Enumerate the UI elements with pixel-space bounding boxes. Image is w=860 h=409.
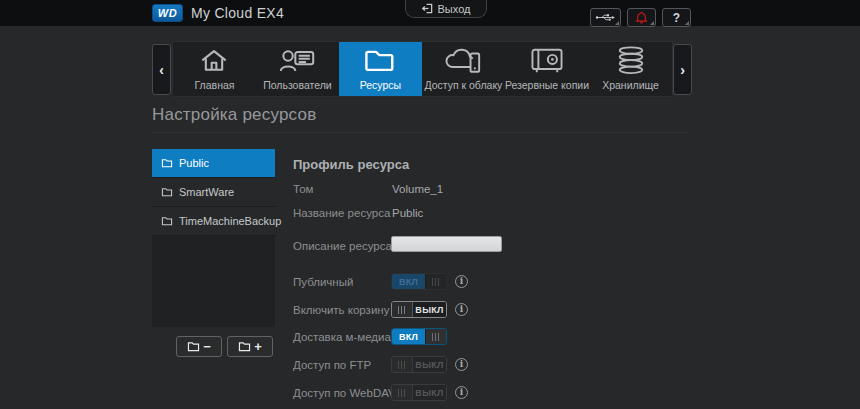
ftp-access-toggle[interactable]: ВЫКЛ [391, 356, 447, 373]
public-toggle[interactable]: ВКЛ [391, 273, 447, 290]
info-icon[interactable]: i [455, 358, 468, 371]
top-header-bar: WD My Cloud EX4 Выход [0, 0, 860, 26]
share-name-label: Название ресурса [293, 207, 390, 219]
share-item-timemachinebackup[interactable]: TimeMachineBackup [152, 207, 275, 236]
logout-button[interactable]: Выход [405, 0, 487, 18]
tab-label: Хранилище [602, 79, 659, 91]
public-toggle-label: Публичный [293, 276, 353, 288]
tab-backups[interactable]: Резервные копии [505, 42, 589, 96]
toggle-grip [392, 385, 413, 400]
folder-icon [161, 158, 173, 168]
nav-scroll-left-button[interactable]: ‹ [152, 44, 171, 95]
media-serving-toggle[interactable]: ВКЛ [391, 328, 447, 345]
help-button[interactable]: ? [662, 8, 691, 27]
app-window: WD My Cloud EX4 Выход [0, 0, 860, 409]
tab-home[interactable]: Главная [173, 42, 256, 96]
alert-bell-icon [635, 11, 648, 24]
folder-icon [187, 341, 200, 352]
nav-scroll-right-button[interactable]: › [673, 44, 692, 95]
volume-label: Том [293, 183, 313, 195]
brand: WD My Cloud EX4 [152, 4, 284, 22]
folder-icon [238, 341, 251, 352]
backup-safe-icon [529, 42, 565, 79]
plus-icon: + [254, 340, 262, 353]
folder-icon [364, 42, 396, 79]
share-list-panel: Public SmartWare TimeMachineBackup [152, 149, 275, 327]
toggle-grip [392, 302, 413, 317]
chevron-right-icon: › [680, 62, 685, 78]
logout-label: Выход [438, 3, 471, 15]
volume-value: Volume_1 [392, 183, 443, 195]
page-title: Настройка ресурсов [152, 105, 316, 125]
toggle-grip [392, 357, 413, 372]
cloud-access-icon [443, 42, 483, 79]
remove-share-button[interactable]: − [176, 336, 222, 357]
toggle-on-text: ВКЛ [392, 329, 425, 344]
tab-label: Резервные копии [505, 79, 589, 91]
toggle-on-text: ВКЛ [392, 274, 425, 289]
info-icon[interactable]: i [455, 275, 468, 288]
ftp-access-toggle-label: Доступ по FTP [293, 359, 371, 371]
tab-label: Ресурсы [360, 79, 401, 91]
storage-stack-icon [615, 42, 647, 79]
chevron-left-icon: ‹ [159, 62, 164, 78]
recycle-bin-toggle-label: Включить корзину [293, 304, 389, 316]
toggle-off-text: ВЫКЛ [413, 357, 446, 372]
tab-resources[interactable]: Ресурсы [339, 42, 422, 96]
nav-tabstrip: Главная Пользователи Ресурсы [172, 41, 673, 97]
home-icon [198, 42, 230, 79]
app-title: My Cloud EX4 [191, 5, 284, 21]
tab-label: Пользователи [263, 79, 332, 91]
description-label: Описание ресурса [293, 240, 392, 252]
wd-logo: WD [152, 4, 183, 22]
minus-icon: − [203, 340, 211, 353]
tab-cloud-access[interactable]: Доступ к облаку [422, 42, 505, 96]
share-item-smartware[interactable]: SmartWare [152, 178, 275, 207]
toggle-grip [425, 274, 446, 289]
recycle-bin-toggle[interactable]: ВЫКЛ [391, 301, 447, 318]
usb-button[interactable] [590, 8, 621, 27]
toggle-grip [425, 329, 446, 344]
webdav-access-toggle-label: Доступ по WebDAV [293, 387, 396, 399]
share-name: TimeMachineBackup [179, 215, 281, 227]
share-name-value: Public [392, 207, 423, 219]
media-serving-toggle-label: Доставка м-медиа [293, 331, 391, 343]
tab-users[interactable]: Пользователи [256, 42, 339, 96]
tab-label: Доступ к облаку [424, 79, 502, 91]
toggle-off-text: ВЫКЛ [413, 302, 446, 317]
folder-icon [161, 216, 173, 226]
info-icon[interactable]: i [455, 386, 468, 399]
usb-icon [595, 12, 616, 23]
info-icon[interactable]: i [455, 303, 468, 316]
title-divider [150, 132, 690, 133]
tab-label: Главная [195, 79, 235, 91]
share-name: SmartWare [179, 186, 234, 198]
help-icon: ? [673, 11, 680, 25]
add-share-button[interactable]: + [227, 336, 273, 357]
profile-section-title: Профиль ресурса [293, 157, 409, 172]
tab-storage[interactable]: Хранилище [589, 42, 672, 96]
folder-icon [161, 187, 173, 197]
share-item-public[interactable]: Public [152, 149, 275, 178]
users-icon [278, 42, 316, 79]
toggle-off-text: ВЫКЛ [413, 385, 446, 400]
logout-icon [422, 3, 433, 14]
webdav-access-toggle[interactable]: ВЫКЛ [391, 384, 447, 401]
share-name: Public [179, 157, 209, 169]
alerts-button[interactable] [627, 8, 656, 27]
description-input[interactable] [391, 236, 502, 252]
